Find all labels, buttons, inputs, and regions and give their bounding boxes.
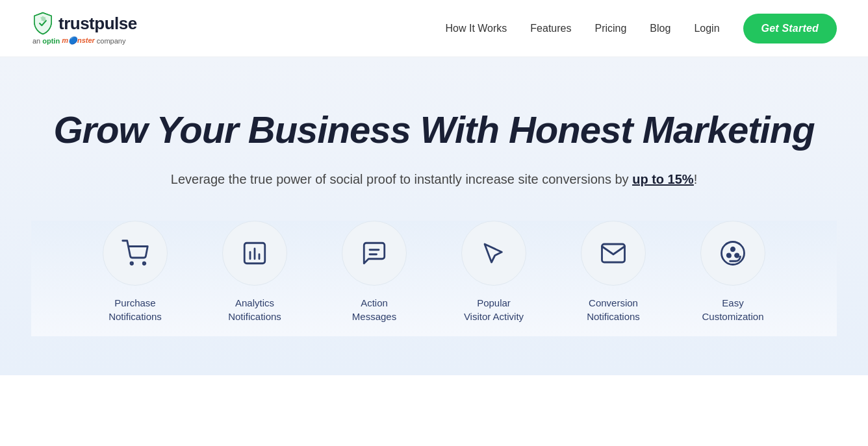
feature-action-icon-circle xyxy=(342,221,407,286)
svg-point-1 xyxy=(143,262,146,265)
feature-analytics-icon-circle xyxy=(222,221,287,286)
feature-purchase-icon-circle xyxy=(103,221,168,286)
logo-shield-icon xyxy=(31,12,55,35)
nav-how-it-works[interactable]: How It Works xyxy=(445,23,507,34)
nav-pricing[interactable]: Pricing xyxy=(594,23,626,34)
feature-customization-icon-circle xyxy=(700,221,765,286)
nav-links: How It Works Features Pricing Blog Login… xyxy=(445,14,837,43)
logo-text: trustpulse xyxy=(58,14,137,34)
feature-visitor: PopularVisitor Activity xyxy=(442,221,546,323)
hero-section: Grow Your Business With Honest Marketing… xyxy=(0,57,868,375)
feature-purchase-label: PurchaseNotifications xyxy=(108,296,162,323)
feature-conversion-label: ConversionNotifications xyxy=(587,296,640,323)
logo-subtitle: an optinm🔵nster company xyxy=(32,36,137,45)
message-icon xyxy=(361,240,388,267)
feature-visitor-icon-circle xyxy=(461,221,526,286)
feature-purchase: PurchaseNotifications xyxy=(83,221,187,323)
conversion-link[interactable]: up to 15% xyxy=(632,172,693,186)
hero-heading: Grow Your Business With Honest Marketing xyxy=(31,109,837,151)
feature-action: ActionMessages xyxy=(322,221,426,323)
nav-login[interactable]: Login xyxy=(694,23,719,34)
feature-action-label: ActionMessages xyxy=(352,296,396,323)
palette-icon xyxy=(719,240,747,267)
svg-point-0 xyxy=(131,262,133,265)
features-grid: PurchaseNotifications AnalyticsNotificat… xyxy=(31,221,837,336)
svg-point-9 xyxy=(727,254,730,257)
logo: trustpulse an optinm🔵nster company xyxy=(31,12,137,45)
cart-icon xyxy=(121,240,149,267)
feature-analytics: AnalyticsNotifications xyxy=(203,221,307,323)
svg-point-10 xyxy=(735,254,739,257)
feature-customization-label: EasyCustomization xyxy=(702,296,763,323)
mail-icon xyxy=(600,240,627,267)
feature-analytics-label: AnalyticsNotifications xyxy=(228,296,281,323)
feature-customization: EasyCustomization xyxy=(681,221,785,323)
nav-features[interactable]: Features xyxy=(530,23,571,34)
get-started-button[interactable]: Get Started xyxy=(743,14,837,43)
nav-blog[interactable]: Blog xyxy=(650,23,670,34)
pointer-icon xyxy=(480,240,507,267)
feature-conversion: ConversionNotifications xyxy=(561,221,665,323)
svg-point-11 xyxy=(731,247,734,251)
feature-conversion-icon-circle xyxy=(581,221,646,286)
analytics-icon xyxy=(241,240,268,267)
navbar: trustpulse an optinm🔵nster company How I… xyxy=(0,0,868,57)
feature-visitor-label: PopularVisitor Activity xyxy=(464,296,524,323)
hero-subtext: Leverage the true power of social proof … xyxy=(31,169,837,190)
